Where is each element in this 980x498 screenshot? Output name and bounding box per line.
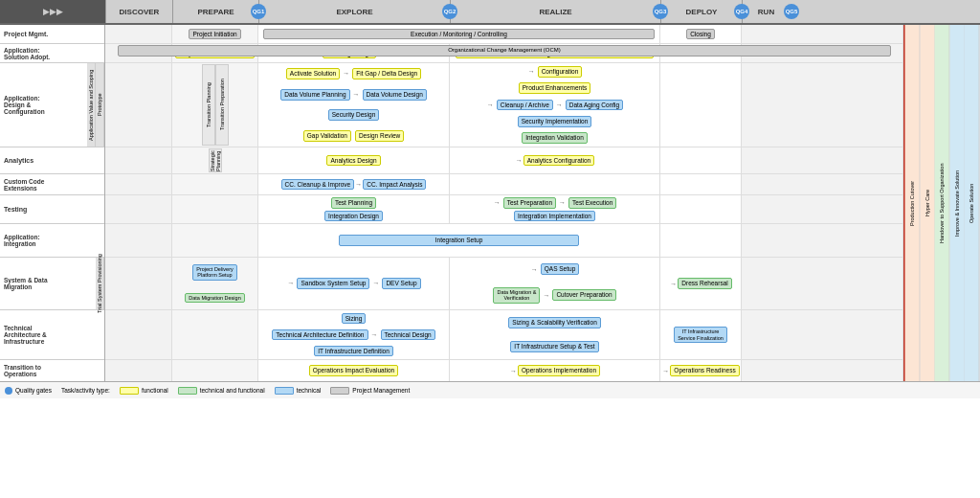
customcode-deploy — [660, 174, 742, 194]
task-security-impl: Security Implementation — [518, 116, 592, 127]
projmgmt-run — [742, 25, 903, 43]
qg5-badge: QG5 — [784, 4, 799, 19]
task-test-prep: Test Preparation — [503, 197, 556, 209]
appintegration-explore-realize: Integration Setup — [258, 224, 660, 257]
testing-prepare — [172, 195, 258, 223]
row-customcode: CC. Cleanup & Improve → CC. Impact Analy… — [105, 174, 903, 195]
phase-discover-label: DISCOVER — [120, 8, 160, 16]
appsolution-explore: Learning Design → — [258, 44, 450, 62]
row-label-systemdata: System & DataMigration Trial System Prov… — [0, 258, 104, 310]
row-label-customcode: Custom CodeExtensions — [0, 174, 104, 195]
task-configuration: Configuration — [538, 66, 583, 78]
row-label-appsolution: Application:Solution Adopt. — [0, 44, 104, 63]
task-integration-validation: Integration Validation — [522, 132, 588, 144]
appdesign-prepare: Transition Planning Transition Preparati… — [172, 63, 258, 147]
task-test-exec: Test Execution — [568, 197, 616, 209]
legend-tasktype-label: Task/activity type: — [61, 387, 110, 394]
customcode-discover — [105, 174, 172, 194]
appdesign-realize-r1: → Configuration — [527, 66, 583, 78]
testing-realize-r1: → Test Preparation → Test Execution — [493, 197, 617, 209]
systemdata-realize-r1: → QAS Setup — [530, 263, 580, 275]
task-gap-validation: Gap Validation — [303, 130, 351, 142]
customcode-realize — [450, 174, 660, 194]
appintegration-discover — [105, 224, 172, 257]
task-cleanup-archive: Cleanup / Archive — [497, 100, 553, 111]
legend-pm: Project Management — [330, 387, 410, 395]
phase-explore-label: EXPLORE — [336, 8, 372, 16]
projmgmt-discover — [105, 25, 172, 43]
center-grid: Project Initiation Execution / Monitorin… — [105, 25, 903, 381]
vert-transition-preparation: Transition Preparation — [215, 64, 229, 146]
legend-functional: functional — [120, 387, 168, 395]
right-strip: Production Cutover Hyper Care Handover t… — [903, 25, 980, 381]
appdesign-realize-r3: → Cleanup / Archive → Data Aging Config — [486, 100, 623, 111]
legend-technical-functional: technical and functional — [178, 387, 265, 395]
techarch-exp-r1: Sizing — [342, 313, 367, 325]
legend-technical-box — [275, 387, 294, 395]
rs-handover: Handover to Support Organization — [935, 25, 950, 381]
systemdata-deploy: → Dress Rehearsal — [660, 258, 742, 309]
analytics-explore: Analytics Design — [258, 147, 450, 173]
label-customcode: Custom CodeExtensions — [0, 174, 104, 194]
vert-label-systemdata: Trial System Provisioning — [96, 258, 104, 309]
task-security-design: Security Design — [328, 109, 380, 121]
task-dress-rehearsal: Dress Rehearsal — [678, 278, 731, 289]
label-appintegration: Application:Integration — [0, 224, 104, 257]
rs-improve: Improve & Innovate Solution — [950, 25, 966, 381]
analytics-deploy — [660, 147, 742, 173]
phase-discover: DISCOVER — [105, 0, 172, 23]
phase-deploy: DEPLOY QG4 — [660, 0, 742, 23]
testing-explore-r2: Integration Design — [324, 211, 383, 222]
phase-prepare: PREPARE QG1 — [172, 0, 258, 23]
task-qas-setup: QAS Setup — [541, 263, 580, 275]
projmgmt-deploy: Closing — [660, 25, 742, 43]
row-label-transition: Transition toOperations — [0, 360, 104, 381]
task-cc-impact: CC. Impact Analysis — [363, 179, 426, 191]
label-appdesign: Application:Design &Configuration — [0, 63, 87, 147]
phase-explore: EXPLORE QG2 — [258, 0, 450, 23]
body-area: Project Mgmt. Application:Solution Adopt… — [0, 25, 980, 381]
rs-operate: Operate Solution — [965, 25, 980, 381]
task-execution-monitoring: Execution / Monitoring / Controlling — [263, 29, 655, 40]
systemdata-discover — [105, 258, 172, 309]
row-analytics: Strategic Planning Analytics Design → An… — [105, 147, 903, 174]
testing-discover — [105, 195, 172, 223]
row-systemdata: Project DeliveryPlatform Setup Data Migr… — [105, 258, 903, 310]
task-it-infra-def: IT Infrastructure Definition — [314, 346, 393, 357]
row-label-techarch: TechnicalArchitecture &Infrastructure — [0, 310, 104, 360]
testing-deploy — [660, 195, 742, 223]
row-appintegration: Integration Setup — [105, 224, 903, 258]
row-appsolution: Project Team Enablement Learning Design … — [105, 44, 903, 63]
legend-qg-label: Quality gates — [15, 387, 52, 394]
main-container: ▶▶▶ DISCOVER PREPARE QG1 EXPLORE QG2 REA… — [0, 0, 980, 398]
row-appdesign: Transition Planning Transition Preparati… — [105, 63, 903, 147]
task-dev-setup: DEV Setup — [382, 278, 420, 289]
task-learning-realization: Learning Realization — [456, 48, 653, 59]
appsolution-discover — [105, 44, 172, 62]
appdesign-row5: Gap Validation Design Review — [303, 130, 405, 142]
label-projmgmt: Project Mgmt. — [0, 25, 104, 43]
customcode-explore: CC. Cleanup & Improve → CC. Impact Analy… — [258, 174, 450, 194]
phase-realize: REALIZE QG3 — [450, 0, 660, 23]
rs-prod-cutover: Production Cutover — [905, 25, 921, 381]
task-analytics-design: Analytics Design — [326, 155, 380, 167]
vert-label-appdesign-1: Application Value and Scoping — [87, 63, 96, 147]
transition-deploy: → Operations Readiness — [660, 360, 742, 381]
label-techarch: TechnicalArchitecture &Infrastructure — [0, 310, 104, 359]
task-sizing-scalability: Sizing & Scalability Verification — [508, 317, 601, 328]
row-label-analytics: Analytics — [0, 147, 104, 174]
techarch-discover — [105, 310, 172, 359]
task-it-infra-setup: IT Infrastructure Setup & Test — [510, 341, 598, 352]
appsolution-prepare: Project Team Enablement — [172, 44, 258, 62]
arr1: → — [377, 50, 384, 57]
task-sizing: Sizing — [342, 313, 367, 325]
row-projmgmt: Project Initiation Execution / Monitorin… — [105, 25, 903, 44]
legend-techfunc-label: technical and functional — [200, 387, 265, 394]
analytics-prepare: Strategic Planning — [172, 147, 258, 173]
task-data-migration-verif: Data Migration &Verification — [493, 287, 540, 304]
legend-technical-label: technical — [297, 387, 322, 394]
task-project-initiation: Project Initiation — [189, 29, 240, 40]
analytics-run — [742, 147, 903, 173]
systemdata-prepare: Project DeliveryPlatform Setup Data Migr… — [172, 258, 258, 309]
task-cc-cleanup: CC. Cleanup & Improve — [281, 179, 355, 191]
